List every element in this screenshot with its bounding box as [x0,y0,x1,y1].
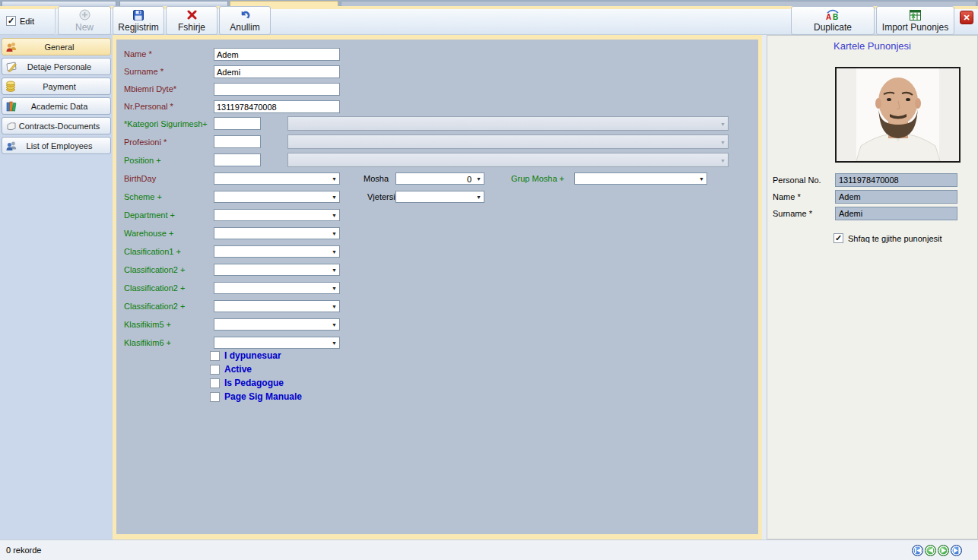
profesioni-combo[interactable]: ▼ [287,134,729,149]
grup-mosha-combo[interactable]: ▼ [574,172,707,185]
vjetersi-label: Vjetersi [367,192,395,201]
chevron-down-icon: ▼ [332,195,337,200]
svg-text:A: A [826,13,831,21]
person-red-icon [5,41,17,53]
save-button[interactable]: Regjistrim [113,6,164,35]
page-sig-manuale-checkbox[interactable] [210,392,220,402]
grup-mosha-label: Grup Mosha + [511,174,564,183]
employee-photo [835,67,961,163]
position-combo[interactable]: ▼ [287,153,729,167]
department-combo[interactable]: ▼ [214,209,340,221]
delete-button[interactable]: Fshirje [166,6,218,35]
chevron-down-icon: ▼ [476,176,481,182]
personal-no-label: Nr.Personal * [124,102,173,111]
classification2-combo[interactable]: ▼ [214,264,340,276]
clasification1-combo[interactable]: ▼ [214,245,340,258]
excel-import-icon [910,9,921,21]
i-dypunesuar-label: I dypunesuar [224,350,281,361]
window-tab[interactable] [2,1,116,6]
kategori-sigurimesh-code-input[interactable] [214,117,261,130]
close-icon: ✕ [963,13,970,23]
name-card-field: Adem [835,190,957,204]
sidebar-item-payment[interactable]: Payment [2,78,111,95]
chevron-down-icon: ▼ [332,213,337,218]
sidebar-item-label: Payment [17,82,101,91]
tab-strip-filler [341,1,976,6]
personal-no-input[interactable] [214,100,340,113]
klasifikim5-combo[interactable]: ▼ [214,318,340,331]
toolbar: Edit New Regjistrim Fshirje Anullim [0,9,978,35]
classification3-combo[interactable]: ▼ [214,282,340,294]
next-record-button[interactable] [938,545,949,556]
last-record-button[interactable] [951,545,962,556]
kategori-sigurimesh-label: *Kategori Sigurimesh+ [124,119,208,128]
position-code-input[interactable] [214,153,261,166]
first-record-button[interactable] [912,545,923,556]
birthday-combo[interactable]: ▼ [214,172,340,185]
sidebar-item-label: General [17,43,101,52]
sidebar-item-general[interactable]: General [2,38,111,55]
employee-card-panel: Kartele Punonjesi Personal [767,35,978,539]
warehouse-label: Warehouse + [124,229,173,238]
kategori-sigurimesh-combo[interactable]: ▼ [287,116,729,131]
document-icon [5,120,17,132]
scheme-label: Scheme + [124,192,162,201]
surname-input[interactable] [214,65,340,78]
is-pedagogue-checkbox[interactable] [210,378,220,388]
checkbox-row-i-dypunesuar[interactable]: I dypunesuar [210,350,281,361]
window-tab-active[interactable] [230,1,338,6]
sidebar-item-detaje-personale[interactable]: Detaje Personale [2,58,111,75]
checkbox-row-page-sig-manuale[interactable]: Page Sig Manuale [210,391,302,402]
scheme-combo[interactable]: ▼ [214,191,340,203]
show-all-employees-checkbox[interactable] [834,233,843,243]
note-pencil-icon [5,61,17,73]
edit-checkbox[interactable] [6,16,16,26]
sidebar-item-list-of-employees[interactable]: List of Employees [2,137,111,154]
chevron-down-icon: ▼ [476,195,481,200]
chevron-down-icon: ▼ [332,249,337,255]
klasifikim6-combo[interactable]: ▼ [214,337,340,349]
employee-card-window: Edit New Regjistrim Fshirje Anullim [0,0,978,560]
window-tab[interactable] [119,1,228,6]
plus-circle-icon [79,9,90,21]
new-button[interactable]: New [58,6,111,35]
show-all-employees-row[interactable]: Shfaq te gjithe punonjesit [834,233,942,243]
active-checkbox[interactable] [210,365,220,375]
import-employees-button[interactable]: Import Punonjes [876,6,954,35]
previous-record-button[interactable] [925,545,936,556]
window-tab-strip [0,0,978,6]
i-dypunesuar-checkbox[interactable] [210,351,220,361]
classification4-combo[interactable]: ▼ [214,300,340,312]
svg-text:B: B [833,13,838,21]
chevron-down-icon: ▼ [332,231,337,236]
name-input[interactable] [214,48,340,61]
checkbox-row-active[interactable]: Active [210,364,252,375]
chevron-down-icon: ▼ [720,158,726,163]
classification2-label: Classification2 + [124,265,185,274]
active-label: Active [224,364,252,375]
personal-no-card-label: Personal No. [773,176,821,185]
sidebar-item-contracts-documents[interactable]: Contracts-Documents [2,117,111,134]
close-button[interactable]: ✕ [960,11,973,24]
duplicate-button-label: Duplicate [814,22,852,33]
classification3-label: Classification2 + [124,283,185,293]
duplicate-button[interactable]: AB Duplicate [791,6,875,35]
previous-record-icon [929,548,933,553]
profesioni-code-input[interactable] [214,135,261,148]
checkbox-row-is-pedagogue[interactable]: Is Pedagogue [210,378,284,388]
vjetersi-combo[interactable]: ▼ [395,191,484,203]
middle-name-input[interactable] [214,83,340,96]
delete-x-icon [186,9,198,21]
mosha-combo[interactable]: 0▼ [395,172,484,185]
edit-toggle[interactable]: Edit [6,16,34,26]
chevron-down-icon: ▼ [720,140,726,145]
record-navigation [912,545,962,556]
sidebar-item-academic-data[interactable]: Academic Data [2,97,111,115]
save-floppy-icon [133,9,144,21]
klasifikim6-label: Klasifikim6 + [124,338,171,347]
cancel-button[interactable]: Anullim [219,6,271,35]
mosha-value: 0 [467,175,472,184]
coins-icon [5,81,17,93]
warehouse-combo[interactable]: ▼ [214,227,340,239]
surname-card-field: Ademi [835,207,957,220]
